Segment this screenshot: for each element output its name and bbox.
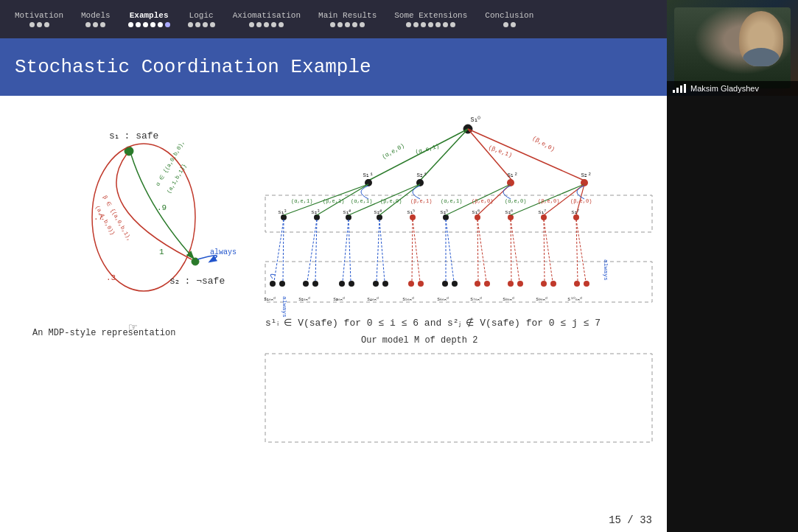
svg-text:s₂¹: s₂¹ bbox=[416, 172, 427, 179]
svg-text:s₂⁵: s₂⁵ bbox=[440, 209, 448, 215]
svg-text:☞: ☞ bbox=[129, 321, 137, 335]
nav-dot bbox=[330, 22, 335, 27]
nav-dot bbox=[279, 22, 284, 27]
nav-dot bbox=[150, 22, 155, 27]
nav-dot bbox=[428, 22, 433, 27]
svg-text:s₁³: s₁³ bbox=[278, 209, 287, 215]
svg-text:(α,e,1): (α,e,1) bbox=[291, 198, 312, 204]
nav-dot bbox=[264, 22, 269, 27]
nav-axiomatisation[interactable]: Axiomatisation bbox=[224, 8, 309, 30]
nav-models[interactable]: Models bbox=[72, 8, 119, 30]
svg-point-42 bbox=[443, 214, 449, 220]
svg-line-124 bbox=[544, 220, 545, 281]
svg-text:(β,e,0): (β,e,0) bbox=[380, 198, 402, 204]
nav-some-extensions-label: Some Extensions bbox=[394, 11, 467, 20]
svg-line-121 bbox=[477, 220, 486, 281]
nav-logic-label: Logic bbox=[189, 11, 214, 20]
svg-text:s₁⁵: s₁⁵ bbox=[407, 209, 415, 215]
svg-rect-35 bbox=[265, 262, 652, 302]
svg-point-91 bbox=[418, 281, 424, 287]
svg-text:s¹ᵢ ∈ V(safe) for 0 ≤ i ≤ 6  a: s¹ᵢ ∈ V(safe) for 0 ≤ i ≤ 6 and s²ⱼ ∉ V(… bbox=[265, 318, 601, 329]
nav-some-extensions[interactable]: Some Extensions bbox=[385, 8, 476, 30]
svg-text:s₁⁰: s₁⁰ bbox=[470, 116, 480, 124]
nav-dot bbox=[352, 22, 357, 27]
nav-dot bbox=[345, 22, 350, 27]
nav-dot bbox=[29, 22, 35, 27]
nav-dot bbox=[136, 22, 141, 27]
nav-conclusion[interactable]: Conclusion bbox=[476, 8, 542, 30]
svg-text:s₁ₑₙᵈ: s₁ₑₙᵈ bbox=[264, 296, 276, 302]
svg-point-106 bbox=[584, 281, 589, 287]
svg-text:Our model M of depth 2: Our model M of depth 2 bbox=[361, 335, 477, 346]
svg-text:(α,e,0): (α,e,0) bbox=[505, 198, 526, 204]
s1-label: s₁ : safe bbox=[109, 130, 158, 141]
svg-text:s₂²: s₂² bbox=[581, 172, 592, 179]
svg-text:(α,e,1): (α,e,1) bbox=[441, 198, 462, 204]
diagram-svg: s₁ : safe α ∈ {(a,0,b,0), (a,1,b,1)} β ∈… bbox=[0, 96, 667, 532]
svg-point-84 bbox=[339, 281, 345, 287]
nav-dot bbox=[421, 22, 426, 27]
webcam-rest bbox=[667, 96, 798, 532]
nav-models-label: Models bbox=[81, 11, 111, 20]
webcam-panel: Maksim Gladyshev bbox=[667, 0, 798, 532]
svg-point-45 bbox=[541, 214, 547, 220]
nav-main-results[interactable]: Main Results bbox=[309, 8, 385, 30]
svg-text:(β,e,0): (β,e,0) bbox=[570, 198, 592, 204]
svg-text:(β,e,0): (β,e,0) bbox=[472, 198, 493, 204]
svg-point-93 bbox=[442, 281, 448, 287]
nav-conclusion-label: Conclusion bbox=[485, 11, 533, 20]
svg-point-43 bbox=[475, 214, 480, 220]
svg-text:(α,e,1): (α,e,1) bbox=[351, 198, 372, 204]
nav-dot bbox=[249, 22, 254, 27]
svg-text:(β,e,1): (β,e,1) bbox=[323, 198, 344, 204]
nav-logic[interactable]: Logic bbox=[179, 8, 224, 30]
svg-point-41 bbox=[410, 214, 416, 220]
svg-rect-36 bbox=[265, 354, 652, 442]
nav-dot bbox=[503, 22, 508, 27]
svg-point-81 bbox=[303, 281, 309, 287]
nav-dot bbox=[450, 22, 455, 27]
svg-text:(β,e,0): (β,e,0) bbox=[538, 198, 559, 204]
nav-dot bbox=[37, 22, 42, 27]
nav-dot bbox=[188, 22, 193, 27]
svg-line-21 bbox=[468, 129, 584, 181]
svg-point-97 bbox=[484, 281, 490, 287]
webcam-video: Maksim Gladyshev bbox=[667, 0, 798, 96]
svg-text:(α,e,0): (α,e,0) bbox=[381, 142, 406, 161]
svg-point-82 bbox=[312, 281, 318, 287]
nav-dot bbox=[195, 22, 200, 27]
svg-line-117 bbox=[413, 220, 420, 281]
svg-line-116 bbox=[412, 220, 413, 281]
nav-motivation-label: Motivation bbox=[15, 11, 63, 20]
svg-text:s₆ₑₙᵈ: s₆ₑₙᵈ bbox=[437, 296, 449, 302]
nav-dot bbox=[271, 22, 276, 27]
nav-examples[interactable]: Examples bbox=[119, 8, 179, 30]
nav-dot bbox=[158, 22, 163, 27]
svg-text:.9: .9 bbox=[157, 203, 167, 212]
svg-point-37 bbox=[281, 214, 287, 220]
svg-text:s₂ₑₙᵈ: s₂ₑₙᵈ bbox=[298, 296, 310, 302]
nav-dot bbox=[511, 22, 516, 27]
svg-point-94 bbox=[452, 281, 458, 287]
svg-point-1 bbox=[92, 144, 195, 291]
nav-dot-current bbox=[165, 22, 170, 27]
page-number: 15 / 33 bbox=[609, 514, 652, 526]
presenter-face bbox=[739, 11, 783, 66]
svg-point-90 bbox=[408, 281, 414, 287]
svg-point-38 bbox=[314, 214, 320, 220]
svg-point-39 bbox=[346, 214, 351, 220]
svg-text:(β,e,1): (β,e,1) bbox=[410, 198, 432, 204]
svg-point-102 bbox=[541, 281, 547, 287]
svg-text:always: always bbox=[281, 296, 288, 318]
nav-dot bbox=[93, 22, 98, 27]
svg-text:s₄ₑₙᵈ: s₄ₑₙᵈ bbox=[367, 296, 379, 302]
svg-text:s₇ₑₙᵈ: s₇ₑₙᵈ bbox=[470, 296, 482, 302]
svg-text:always: always bbox=[603, 259, 609, 281]
svg-text:s₂³: s₂³ bbox=[311, 209, 321, 215]
svg-text:s₂⁴: s₂⁴ bbox=[374, 209, 382, 215]
svg-point-105 bbox=[574, 281, 580, 287]
nav-motivation[interactable]: Motivation bbox=[6, 8, 72, 30]
svg-point-46 bbox=[573, 214, 579, 220]
svg-line-119 bbox=[446, 220, 454, 281]
navigation-bar: Motivation Models Examples bbox=[0, 0, 667, 38]
